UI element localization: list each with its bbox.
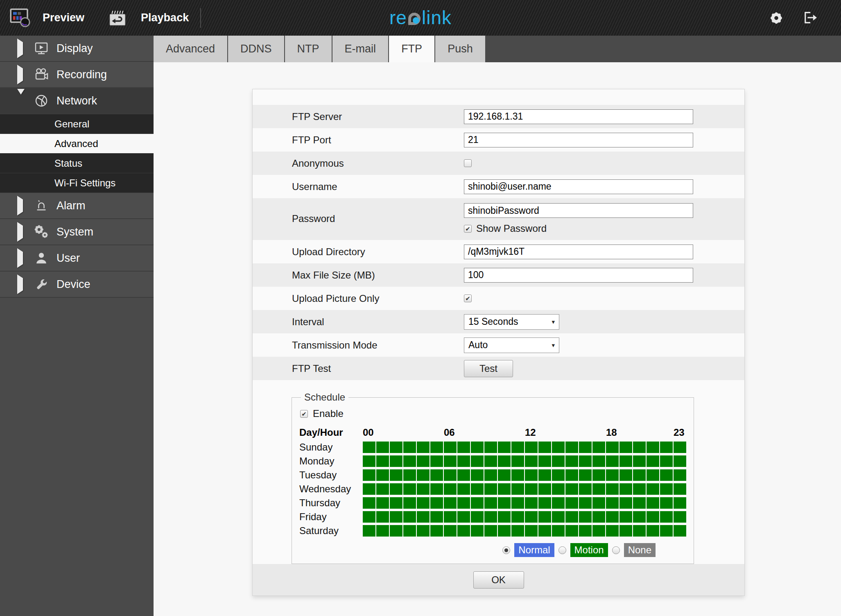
schedule-cell[interactable] bbox=[647, 497, 659, 509]
schedule-cell[interactable] bbox=[619, 511, 632, 523]
schedule-cell[interactable] bbox=[552, 483, 565, 495]
ok-button[interactable]: OK bbox=[473, 571, 524, 589]
schedule-cell[interactable] bbox=[633, 442, 646, 453]
schedule-cell[interactable] bbox=[363, 511, 375, 523]
schedule-cell[interactable] bbox=[390, 483, 402, 495]
schedule-cell[interactable] bbox=[498, 455, 511, 467]
schedule-cell[interactable] bbox=[403, 469, 416, 481]
schedule-cell[interactable] bbox=[471, 497, 484, 509]
schedule-cell[interactable] bbox=[390, 497, 402, 509]
schedule-cell[interactable] bbox=[457, 442, 470, 453]
schedule-cell[interactable] bbox=[606, 483, 619, 495]
schedule-cell[interactable] bbox=[606, 511, 619, 523]
schedule-cell[interactable] bbox=[471, 525, 484, 537]
schedule-cell[interactable] bbox=[633, 511, 646, 523]
schedule-cell[interactable] bbox=[525, 455, 538, 467]
schedule-cell[interactable] bbox=[592, 469, 605, 481]
schedule-cell[interactable] bbox=[525, 483, 538, 495]
schedule-cell[interactable] bbox=[606, 497, 619, 509]
schedule-cell[interactable] bbox=[552, 469, 565, 481]
schedule-cell[interactable] bbox=[674, 525, 686, 537]
schedule-cell[interactable] bbox=[525, 511, 538, 523]
schedule-cell[interactable] bbox=[606, 469, 619, 481]
sidebar-subitem-status[interactable]: Status bbox=[0, 154, 154, 173]
schedule-cell[interactable] bbox=[390, 442, 402, 453]
schedule-cell[interactable] bbox=[660, 442, 673, 453]
schedule-cell[interactable] bbox=[552, 511, 565, 523]
schedule-mode-normal-chip[interactable]: Normal bbox=[514, 543, 554, 557]
schedule-cell[interactable] bbox=[525, 497, 538, 509]
schedule-cell[interactable] bbox=[484, 442, 497, 453]
schedule-cell[interactable] bbox=[592, 525, 605, 537]
ftp-port-input[interactable] bbox=[464, 133, 693, 147]
schedule-cell[interactable] bbox=[660, 497, 673, 509]
schedule-cell[interactable] bbox=[457, 483, 470, 495]
schedule-cell[interactable] bbox=[538, 497, 551, 509]
schedule-cell[interactable] bbox=[579, 525, 592, 537]
password-input[interactable] bbox=[464, 203, 693, 218]
schedule-cell[interactable] bbox=[363, 455, 375, 467]
schedule-cell[interactable] bbox=[376, 525, 389, 537]
playback-nav[interactable]: Playback bbox=[108, 8, 189, 28]
schedule-cell[interactable] bbox=[430, 497, 443, 509]
schedule-cell[interactable] bbox=[660, 469, 673, 481]
schedule-cell[interactable] bbox=[538, 511, 551, 523]
tab-ddns[interactable]: DDNS bbox=[228, 36, 284, 62]
schedule-cell[interactable] bbox=[592, 455, 605, 467]
schedule-cell[interactable] bbox=[674, 455, 686, 467]
schedule-cell[interactable] bbox=[538, 483, 551, 495]
schedule-cell[interactable] bbox=[444, 497, 457, 509]
show-password-checkbox[interactable] bbox=[464, 225, 472, 233]
schedule-cell[interactable] bbox=[390, 469, 402, 481]
schedule-cell[interactable] bbox=[538, 442, 551, 453]
sidebar-item-display[interactable]: Display bbox=[0, 36, 154, 62]
schedule-cell[interactable] bbox=[484, 483, 497, 495]
schedule-cell[interactable] bbox=[471, 483, 484, 495]
schedule-cell[interactable] bbox=[633, 483, 646, 495]
schedule-cell[interactable] bbox=[363, 442, 375, 453]
sidebar-subitem-general[interactable]: General bbox=[0, 114, 154, 134]
schedule-cell[interactable] bbox=[363, 483, 375, 495]
schedule-cell[interactable] bbox=[498, 483, 511, 495]
schedule-cell[interactable] bbox=[444, 455, 457, 467]
schedule-cell[interactable] bbox=[579, 497, 592, 509]
schedule-cell[interactable] bbox=[444, 469, 457, 481]
schedule-cell[interactable] bbox=[619, 497, 632, 509]
schedule-cell[interactable] bbox=[592, 511, 605, 523]
schedule-cell[interactable] bbox=[363, 497, 375, 509]
schedule-cell[interactable] bbox=[565, 525, 578, 537]
schedule-cell[interactable] bbox=[444, 442, 457, 453]
schedule-cell[interactable] bbox=[417, 483, 430, 495]
sidebar-item-system[interactable]: System bbox=[0, 219, 154, 245]
schedule-mode-motion-chip[interactable]: Motion bbox=[570, 543, 608, 557]
schedule-cell[interactable] bbox=[498, 511, 511, 523]
schedule-cell[interactable] bbox=[471, 511, 484, 523]
test-button[interactable]: Test bbox=[464, 360, 513, 377]
schedule-enable-checkbox[interactable] bbox=[300, 410, 308, 418]
schedule-cell[interactable] bbox=[417, 511, 430, 523]
settings-gear-icon[interactable] bbox=[769, 11, 784, 25]
schedule-cell[interactable] bbox=[417, 469, 430, 481]
schedule-cell[interactable] bbox=[511, 525, 524, 537]
schedule-cell[interactable] bbox=[498, 469, 511, 481]
schedule-cell[interactable] bbox=[498, 442, 511, 453]
schedule-cell[interactable] bbox=[390, 455, 402, 467]
schedule-cell[interactable] bbox=[633, 525, 646, 537]
schedule-cell[interactable] bbox=[647, 469, 659, 481]
sidebar-item-user[interactable]: User bbox=[0, 245, 154, 272]
upload-directory-input[interactable] bbox=[464, 245, 693, 259]
schedule-cell[interactable] bbox=[565, 442, 578, 453]
schedule-cell[interactable] bbox=[403, 497, 416, 509]
schedule-cell[interactable] bbox=[606, 442, 619, 453]
schedule-cell[interactable] bbox=[619, 469, 632, 481]
schedule-cell[interactable] bbox=[457, 511, 470, 523]
schedule-mode-none-radio[interactable] bbox=[612, 546, 620, 554]
schedule-cell[interactable] bbox=[619, 442, 632, 453]
max-file-size-input[interactable] bbox=[464, 268, 693, 283]
username-input[interactable] bbox=[464, 179, 693, 194]
schedule-cell[interactable] bbox=[430, 469, 443, 481]
schedule-cell[interactable] bbox=[403, 483, 416, 495]
schedule-cell[interactable] bbox=[403, 511, 416, 523]
schedule-cell[interactable] bbox=[511, 442, 524, 453]
schedule-cell[interactable] bbox=[538, 525, 551, 537]
